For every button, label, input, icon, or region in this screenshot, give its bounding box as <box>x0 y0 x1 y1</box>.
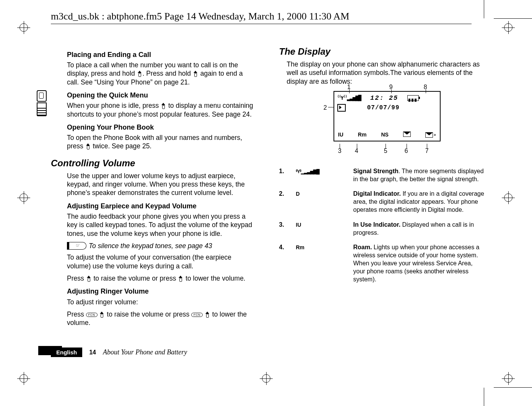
legend-desc: Signal Strength. The more segments displ… <box>353 167 485 184</box>
callout-2: 2 <box>324 104 327 112</box>
page-body: Placing and Ending a Call To place a cal… <box>51 46 484 360</box>
callout-4: 4 <box>355 147 358 155</box>
heading-quick-menu: Opening the Quick Menu <box>67 91 256 100</box>
volume-up-icon <box>100 312 104 318</box>
digital-indicator-icon <box>337 104 346 112</box>
fcn-key-icon: FCN <box>86 313 98 317</box>
legend-desc: Roam. Lights up when your phone accesses… <box>353 244 485 283</box>
para-controlling-volume: Use the upper and lower volume keys to a… <box>67 172 256 197</box>
callout-3: 3 <box>338 147 342 155</box>
signal-strength-icon: ((Y))▂▃▅▇█ <box>337 94 361 102</box>
callout-6: 6 <box>405 147 408 155</box>
tip-row: ☞ To silence the keypad tones, see page … <box>67 242 256 250</box>
legend-num: 1. <box>279 167 292 184</box>
para-ringer-intro: To adjust ringer volume: <box>67 298 256 306</box>
tip-text: To silence the keypad tones, see page 43 <box>89 242 212 250</box>
right-column: The Display The display on your phone ca… <box>279 46 485 360</box>
running-head: m3cd_us.bk : abtphone.fm5 Page 14 Wednes… <box>51 11 349 22</box>
message-icon <box>403 132 411 137</box>
heading-placing-call: Placing and Ending a Call <box>67 50 256 59</box>
para-quick-menu: When your phone is idle, press to displa… <box>67 101 256 119</box>
ns-indicator: NS <box>381 132 389 138</box>
smart-button-icon <box>161 103 166 109</box>
fcn-key-icon: FCN <box>191 313 203 317</box>
para-ringer-keys: Press FCN to raise the volume or press F… <box>67 310 256 327</box>
heading-phone-book: Opening Your Phone Book <box>67 123 256 132</box>
voicemail-icon: » <box>425 132 436 138</box>
display-legend: 1. ((Y))▁▂▃▅▇█ Signal Strength. The more… <box>279 167 485 284</box>
footer-section-title: About Your Phone and Battery <box>103 348 187 356</box>
page-footer: English 14 About Your Phone and Battery <box>51 348 187 356</box>
para-volume-keys: Press to raise the volume or press to lo… <box>67 274 256 283</box>
callout-7: 7 <box>425 147 429 155</box>
display-time: 12: 25 <box>370 94 398 102</box>
crop-mark <box>502 21 515 34</box>
crop-mark <box>502 191 515 204</box>
footer-language: English <box>51 348 82 357</box>
left-column: Placing and Ending a Call To place a cal… <box>51 46 256 360</box>
crop-mark <box>17 372 30 385</box>
legend-desc: Digital Indicator. If you are in a digit… <box>353 190 485 214</box>
legend-symbol-d: D <box>296 190 350 214</box>
iu-indicator: IU <box>338 132 343 138</box>
heading-the-display: The Display <box>279 46 485 58</box>
para-keypad-tones: The audio feedback your phone gives you … <box>67 212 256 238</box>
crop-mark <box>260 372 273 385</box>
heading-controlling-volume: Controlling Volume <box>51 158 256 169</box>
legend-symbol-iu: IU <box>296 221 350 237</box>
crop-mark <box>502 372 515 385</box>
volume-down-icon <box>205 312 210 318</box>
crop-mark <box>17 191 30 204</box>
display-diagram: 1 9 8 2 ((Y))▂▃▅▇█ 12: 25 07/07/99 IU <box>324 91 439 141</box>
trim-line <box>484 0 484 18</box>
legend-symbol-rm: Rm <box>296 244 350 283</box>
volume-down-icon <box>179 276 183 282</box>
display-screen: ((Y))▂▃▅▇█ 12: 25 07/07/99 IU Rm NS » <box>334 91 441 141</box>
heading-ringer-volume: Adjusting Ringer Volume <box>51 287 256 296</box>
crop-mark <box>17 21 30 34</box>
running-head-rule <box>51 24 472 24</box>
para-earpiece-volume: To adjust the volume of your conversatio… <box>67 253 256 270</box>
heading-earpiece-keypad: Adjusting Earpiece and Keypad Volume <box>51 202 256 211</box>
para-placing-call: To place a call when the number you want… <box>67 61 256 86</box>
phone-section-icon <box>37 90 47 116</box>
legend-num: 3. <box>279 221 292 237</box>
legend-num: 2. <box>279 190 292 214</box>
trim-line <box>484 388 484 406</box>
smart-button-icon <box>138 71 142 77</box>
legend-desc: In Use Indicator. Displayed when a call … <box>353 221 485 237</box>
volume-up-icon <box>87 276 91 282</box>
para-phone-book: To open the Phone Book with all your nam… <box>67 133 256 151</box>
para-the-display: The display on your phone can show alpha… <box>279 60 485 86</box>
rm-indicator: Rm <box>358 132 367 138</box>
smart-button-icon <box>86 144 90 149</box>
legend-symbol-signal: ((Y))▁▂▃▅▇█ <box>296 167 350 184</box>
callout-5: 5 <box>384 147 387 155</box>
battery-icon <box>407 95 419 101</box>
display-date: 07/07/99 <box>367 104 400 112</box>
smart-button-icon <box>194 71 198 77</box>
trim-line <box>494 387 532 388</box>
tip-icon: ☞ <box>67 242 86 250</box>
footer-page-number: 14 <box>89 349 96 356</box>
trim-line <box>494 18 532 19</box>
legend-num: 4. <box>279 244 292 283</box>
